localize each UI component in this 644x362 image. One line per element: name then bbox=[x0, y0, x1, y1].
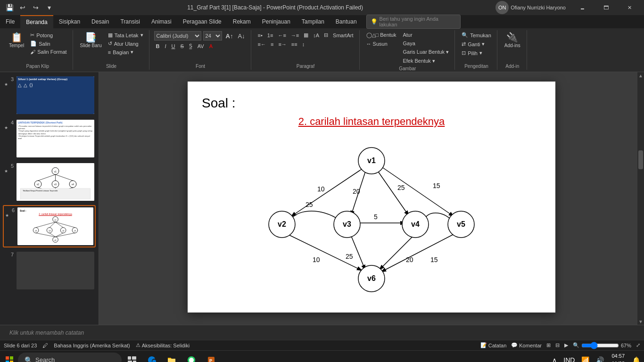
view-normal-button[interactable]: ⊞ bbox=[546, 342, 551, 348]
tab-sisipkan[interactable]: Sisipkan bbox=[53, 15, 86, 28]
tab-tampilan[interactable]: Tampilan bbox=[296, 15, 330, 28]
wifi-icon[interactable]: 📶 bbox=[579, 355, 591, 362]
tab-file[interactable]: File bbox=[0, 15, 20, 28]
slide-baru-button[interactable]: 📑 Slide Baru bbox=[78, 31, 104, 49]
tempel-button[interactable]: 📋 Tempel bbox=[7, 31, 26, 49]
notes-button[interactable]: 📝 Catatan bbox=[480, 342, 507, 348]
font-size-select[interactable]: 24 bbox=[203, 31, 222, 41]
cut-button[interactable]: ✂Potong bbox=[28, 31, 68, 39]
system-tray-expand[interactable]: ∧ bbox=[550, 355, 559, 362]
whatsapp-button[interactable] bbox=[182, 352, 201, 362]
zoom-range[interactable] bbox=[581, 342, 619, 349]
taskbar-clock[interactable]: 04:57 11/28 bbox=[609, 352, 627, 362]
start-button[interactable] bbox=[2, 352, 17, 362]
columns-button[interactable]: ▦ bbox=[302, 31, 310, 39]
user-avatar[interactable]: ON bbox=[495, 1, 509, 14]
shadow-button[interactable]: S̲ bbox=[187, 42, 194, 50]
customize-button[interactable]: ▾ bbox=[43, 2, 55, 13]
ribbon-search[interactable]: 💡 Beri tahu yang ingin Anda lakukan bbox=[366, 15, 461, 29]
font-family-select[interactable]: Calibri (Judul) bbox=[154, 31, 201, 41]
increase-font-button[interactable]: A↑ bbox=[224, 32, 235, 41]
ganti-button[interactable]: ⇄ Ganti ▾ bbox=[460, 40, 487, 48]
pilih-button[interactable]: ⊡ Pilih ▾ bbox=[460, 49, 484, 57]
slide-thumb-7[interactable]: 7 bbox=[3, 250, 96, 291]
zoom-slider[interactable]: 🔍 67% bbox=[573, 342, 631, 349]
tab-peninjauan[interactable]: Peninjauan bbox=[256, 15, 296, 28]
maximize-button[interactable]: 🗖 bbox=[595, 0, 617, 15]
svg-text:10: 10 bbox=[317, 185, 325, 193]
tab-animasi[interactable]: Animasi bbox=[146, 15, 177, 28]
accessibility-icon[interactable]: 🖊 bbox=[42, 342, 48, 349]
taskbar-search-box[interactable]: 🔍 Search bbox=[18, 353, 122, 362]
slide-thumb-4[interactable]: 4 ★ LINTASAN TERPENDEK (Shortest Path) •… bbox=[3, 118, 96, 159]
bold-button[interactable]: B bbox=[154, 42, 162, 50]
decrease-font-button[interactable]: A↓ bbox=[236, 32, 247, 41]
smartart-button[interactable]: SmartArt bbox=[331, 31, 355, 39]
bullets-button[interactable]: ≡• bbox=[256, 31, 264, 39]
align-left-button[interactable]: ≡← bbox=[256, 41, 268, 48]
scroll-thumb[interactable] bbox=[638, 150, 643, 169]
scroll-down-button[interactable]: ▼ bbox=[637, 318, 644, 325]
notes-placeholder: Klik untuk menambah catatan bbox=[9, 329, 84, 336]
fit-slide-button[interactable]: ⤢ bbox=[636, 342, 640, 348]
scroll-up-button[interactable]: ▲ bbox=[637, 72, 644, 79]
numbering-button[interactable]: 1≡ bbox=[265, 31, 275, 39]
edge-button[interactable] bbox=[142, 352, 161, 362]
atur-ulang-button[interactable]: ↺Atur Ulang bbox=[106, 40, 145, 48]
justify-button[interactable]: ≡≡ bbox=[289, 41, 299, 48]
undo-button[interactable]: ↩ bbox=[17, 2, 28, 13]
comments-button[interactable]: 💬 Komentar bbox=[511, 342, 542, 348]
accessibility-check[interactable]: ⚠ Aksesibilitas: Selidiki bbox=[136, 342, 190, 348]
tab-desain[interactable]: Desain bbox=[86, 15, 115, 28]
temukan-button[interactable]: 🔍 Temukan bbox=[460, 31, 493, 39]
align-vert-button[interactable]: ⊟ bbox=[322, 31, 330, 39]
tab-beranda[interactable]: Beranda bbox=[20, 15, 53, 28]
vertical-scrollbar[interactable]: ▲ ▼ bbox=[637, 72, 644, 325]
strikethrough-button[interactable]: S bbox=[178, 42, 185, 50]
format-painter-button[interactable]: 🖌Salin Format bbox=[28, 48, 68, 56]
italic-button[interactable]: I bbox=[163, 42, 168, 50]
font-color-button[interactable]: A bbox=[207, 42, 215, 50]
text-direction-button[interactable]: ↕A bbox=[311, 31, 321, 39]
svg-rect-70 bbox=[10, 356, 13, 360]
align-right-button[interactable]: ≡→ bbox=[276, 41, 288, 48]
tab-transisi[interactable]: Transisi bbox=[115, 15, 146, 28]
redo-button[interactable]: ↪ bbox=[30, 2, 41, 13]
volume-icon[interactable]: 🔊 bbox=[594, 355, 606, 362]
tata-letak-button[interactable]: ▦Tata Letak▾ bbox=[106, 31, 145, 39]
search-button[interactable]: 🔍 Search bbox=[18, 352, 122, 362]
char-spacing-button[interactable]: AV bbox=[196, 42, 206, 50]
file-explorer-button[interactable] bbox=[162, 352, 181, 362]
powerpoint-button[interactable]: P bbox=[202, 352, 221, 362]
bagian-button[interactable]: ≡Bagian▾ bbox=[106, 48, 145, 56]
arrange-button[interactable]: ↔ Susun bbox=[364, 40, 398, 48]
keyboard-layout[interactable]: IND bbox=[561, 355, 577, 362]
close-button[interactable]: ✕ bbox=[619, 0, 640, 15]
slide-thumb-3[interactable]: 3 ★ Sifusi 1 (ambil setiap Vertex) (Grou… bbox=[3, 75, 96, 115]
copy-button[interactable]: 📄Salin bbox=[28, 40, 68, 48]
underline-button[interactable]: U bbox=[170, 42, 177, 50]
gaya-button[interactable]: Gaya bbox=[401, 40, 451, 47]
scroll-track bbox=[637, 79, 644, 318]
align-center-button[interactable]: ≡ bbox=[269, 41, 275, 48]
minimize-button[interactable]: 🗕 bbox=[571, 0, 593, 15]
decrease-indent-button[interactable]: ←≡ bbox=[276, 31, 288, 39]
shapes-button[interactable]: ◯△□ Bentuk bbox=[364, 31, 398, 39]
efek-bentuk-button[interactable]: Efek Bentuk ▾ bbox=[401, 57, 451, 65]
save-button[interactable]: 💾 bbox=[4, 2, 15, 13]
task-view-button[interactable] bbox=[123, 352, 141, 362]
line-spacing-button[interactable]: ↕ bbox=[300, 41, 307, 48]
slide-thumb-5[interactable]: 5 ★ v1 v2 v3 v4 v5 bbox=[3, 162, 96, 202]
tab-peragaan[interactable]: Peragaan Slide bbox=[177, 15, 227, 28]
tab-rekam[interactable]: Rekam bbox=[227, 15, 256, 28]
increase-indent-button[interactable]: →≡ bbox=[289, 31, 301, 39]
notification-button[interactable]: 🔔 bbox=[630, 355, 642, 362]
tab-bantuan[interactable]: Bantuan bbox=[330, 15, 363, 28]
add-ins-button[interactable]: 🔌 Add-ins bbox=[502, 31, 523, 49]
view-slide-show-button[interactable]: ▶ bbox=[564, 342, 568, 348]
atur-button[interactable]: Atur bbox=[401, 31, 451, 39]
garis-luar-button[interactable]: Garis Luar Bentuk ▾ bbox=[401, 48, 451, 56]
view-outline-button[interactable]: ⊟ bbox=[555, 342, 560, 348]
slide-thumb-6[interactable]: 6 ★ Soal : 2. carilah lintasan terpendek… bbox=[3, 205, 96, 247]
notes-area[interactable]: Klik untuk menambah catatan bbox=[0, 325, 644, 340]
